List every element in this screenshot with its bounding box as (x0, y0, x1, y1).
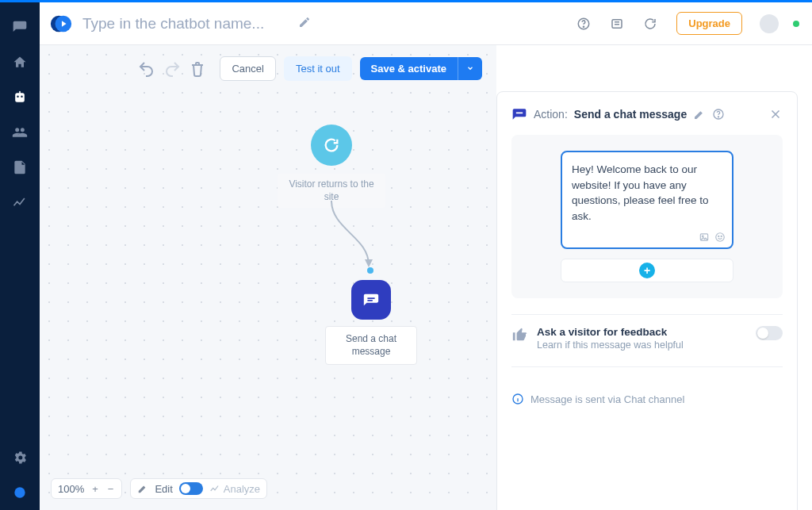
analyze-mode-label: Analyze (224, 483, 260, 495)
undo-icon (137, 59, 156, 79)
redo-icon (163, 59, 182, 79)
image-icon[interactable] (699, 232, 710, 243)
edit-mode-label: Edit (155, 483, 172, 495)
trash-icon (188, 59, 207, 79)
edit-name-button[interactable] (298, 16, 311, 32)
panel-close-button[interactable] (768, 107, 783, 121)
plus-icon: + (639, 263, 655, 278)
sidebar-item-chat[interactable] (0, 10, 40, 45)
message-editor-card: Hey! Welcome back to our website! If you… (511, 135, 783, 298)
sidebar-item-settings[interactable] (0, 440, 40, 475)
panel-help-button[interactable] (712, 108, 725, 121)
chat-bubble-icon (12, 20, 28, 36)
analyze-icon (209, 483, 220, 494)
chevron-down-icon (466, 64, 474, 72)
delete-button[interactable] (188, 59, 207, 79)
info-icon (511, 393, 524, 405)
svg-point-0 (14, 487, 25, 497)
sidebar-item-brand[interactable] (0, 475, 40, 510)
test-button[interactable]: Test it out (284, 56, 352, 81)
chatbot-name-input[interactable] (82, 15, 289, 33)
action-node-label: Send a chat message (325, 326, 417, 365)
upgrade-button[interactable]: Upgrade (676, 12, 742, 35)
message-icon (511, 106, 527, 122)
thumbs-icon (511, 326, 529, 343)
zoom-control: 100% + − (51, 478, 122, 499)
save-activate-button[interactable]: Save & activate (360, 57, 458, 80)
flow-connector (329, 197, 408, 277)
svg-marker-7 (365, 259, 373, 267)
home-icon (12, 55, 28, 71)
panel-edit-button[interactable] (693, 108, 706, 121)
restart-icon (323, 136, 340, 154)
add-message-button[interactable]: + (561, 259, 733, 282)
feedback-title: Ask a visitor for feedback (537, 326, 684, 338)
zoom-value: 100% (58, 483, 84, 495)
pencil-icon (298, 16, 311, 29)
flow-canvas[interactable]: Cancel Test it out Save & activate Visit… (40, 45, 496, 510)
canvas-toolbar: Cancel Test it out Save & activate (137, 56, 482, 81)
message-text: Hey! Welcome back to our website! If you… (572, 163, 709, 222)
zoom-in-button[interactable]: + (90, 483, 100, 495)
refresh-icon (643, 17, 657, 31)
edit-analyze-toggle[interactable] (179, 482, 203, 495)
emoji-icon[interactable] (714, 232, 726, 243)
news-button[interactable] (605, 12, 629, 36)
channel-info: Message is sent via Chat channel (511, 393, 783, 405)
help-circle-icon (576, 17, 591, 31)
svg-point-5 (584, 26, 584, 27)
bottom-toolbar: 100% + − Edit Analyze (51, 478, 267, 499)
gear-icon (12, 450, 28, 466)
feedback-toggle-row: Ask a visitor for feedback Learn if this… (511, 326, 783, 351)
svg-point-13 (718, 236, 719, 237)
chart-line-icon (12, 194, 28, 210)
svg-point-11 (702, 236, 703, 237)
help-button[interactable] (572, 12, 596, 36)
redo-button[interactable] (163, 59, 182, 79)
svg-point-9 (718, 117, 719, 117)
pencil-icon (693, 108, 706, 121)
pencil-icon (137, 483, 148, 494)
robot-icon (12, 90, 28, 105)
node-port[interactable] (367, 267, 373, 274)
message-textarea[interactable]: Hey! Welcome back to our website! If you… (561, 151, 733, 249)
mode-switcher: Edit Analyze (130, 478, 267, 499)
panel-prefix: Action: (534, 108, 568, 121)
action-panel: Action: Send a chat message Hey! (496, 91, 798, 510)
svg-point-14 (721, 236, 722, 237)
logo-icon (49, 12, 73, 36)
start-node-label: Visitor returns to the site (278, 174, 385, 208)
channel-info-text: Message is sent via Chat channel (530, 393, 684, 405)
close-icon (768, 107, 783, 121)
cancel-button[interactable]: Cancel (220, 56, 275, 81)
refresh-button[interactable] (638, 12, 662, 36)
left-sidebar (0, 2, 40, 510)
feedback-subtitle: Learn if this message was helpful (537, 339, 684, 351)
brand-blob-icon (12, 485, 28, 500)
sidebar-item-chatbot[interactable] (0, 80, 40, 115)
feedback-toggle[interactable] (756, 326, 783, 340)
sidebar-item-templates[interactable] (0, 150, 40, 185)
sidebar-item-home[interactable] (0, 45, 40, 80)
document-icon (12, 159, 28, 175)
panel-title: Send a chat message (574, 108, 687, 121)
svg-point-12 (716, 233, 725, 242)
start-node[interactable] (311, 125, 352, 166)
top-header: Upgrade (40, 2, 812, 45)
save-activate-dropdown[interactable] (458, 57, 482, 80)
sidebar-item-analytics[interactable] (0, 185, 40, 220)
user-avatar[interactable] (760, 14, 779, 33)
undo-button[interactable] (137, 59, 156, 79)
zoom-out-button[interactable]: − (106, 483, 116, 495)
status-indicator (793, 21, 799, 27)
action-node[interactable] (351, 280, 391, 320)
people-icon (12, 125, 28, 140)
app-logo (49, 12, 73, 36)
sidebar-item-contacts[interactable] (0, 115, 40, 150)
message-icon (362, 291, 380, 309)
help-circle-icon (712, 108, 725, 121)
news-icon (610, 17, 624, 31)
